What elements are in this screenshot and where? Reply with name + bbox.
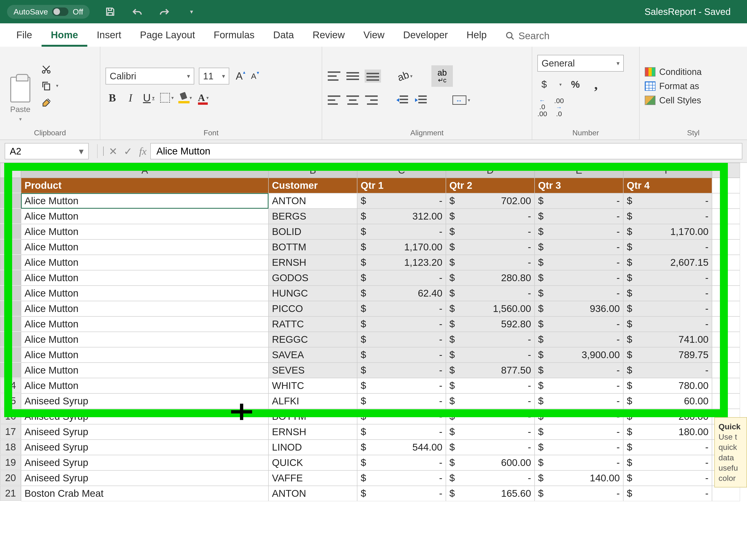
cell-quarter[interactable]: $200.00 (623, 409, 712, 424)
fill-color-button[interactable]: ▾ (178, 91, 192, 105)
table-header-cell[interactable]: Qtr 2 (446, 178, 535, 193)
cell-customer[interactable]: BERGS (268, 209, 357, 224)
cell-quarter[interactable]: $- (357, 363, 446, 378)
cell-quarter[interactable]: $- (446, 209, 535, 224)
cell-quarter[interactable]: $- (623, 471, 712, 486)
cell-quarter[interactable]: $- (446, 424, 535, 439)
cell-product[interactable]: Alice Mutton (21, 378, 268, 393)
row-header[interactable]: 16 (0, 409, 21, 424)
cell-customer[interactable]: BOTTM (268, 409, 357, 424)
cell-quarter[interactable]: $- (357, 332, 446, 347)
cell-quarter[interactable]: $- (357, 471, 446, 486)
cell-product[interactable]: Alice Mutton (21, 332, 268, 347)
cell-product[interactable]: Aniseed Syrup (21, 424, 268, 439)
italic-button[interactable]: I (124, 91, 137, 105)
column-header[interactable]: E (535, 163, 623, 178)
cell-quarter[interactable]: $- (623, 363, 712, 378)
cell-quarter[interactable]: $- (357, 455, 446, 471)
increase-decimal-button[interactable]: ←.0.00 (537, 97, 547, 117)
row-header[interactable]: 18 (0, 439, 21, 455)
cell-quarter[interactable]: $- (357, 393, 446, 409)
cell-product[interactable]: Alice Mutton (21, 363, 268, 378)
cell[interactable] (712, 224, 740, 239)
undo-button[interactable] (131, 5, 144, 18)
cell-quarter[interactable]: $- (535, 193, 623, 209)
cell-quarter[interactable]: $741.00 (623, 332, 712, 347)
percent-format-button[interactable] (569, 78, 582, 91)
cell-customer[interactable]: ANTON (268, 193, 357, 209)
tab-data[interactable]: Data (264, 24, 303, 47)
format-as-table-button[interactable]: Format as (645, 81, 742, 91)
tab-developer[interactable]: Developer (394, 24, 457, 47)
cell[interactable] (712, 301, 740, 316)
cell[interactable] (712, 347, 740, 363)
cell-quarter[interactable]: $180.00 (623, 424, 712, 439)
underline-button[interactable]: U▾ (142, 91, 155, 105)
cell-quarter[interactable]: $- (357, 224, 446, 239)
cell-quarter[interactable]: $312.00 (357, 209, 446, 224)
copy-button[interactable]: ▾ (41, 80, 58, 91)
cell-quarter[interactable]: $1,170.00 (357, 239, 446, 255)
table-header-cell[interactable]: Qtr 1 (357, 178, 446, 193)
cell-customer[interactable]: HUNGC (268, 286, 357, 301)
cell[interactable] (712, 178, 740, 193)
cell-quarter[interactable]: $- (623, 193, 712, 209)
row-header[interactable]: 19 (0, 455, 21, 470)
cell-quarter[interactable]: $- (357, 378, 446, 393)
cell-quarter[interactable]: $1,170.00 (623, 224, 712, 239)
cell-quarter[interactable]: $- (357, 270, 446, 286)
cell-quarter[interactable]: $- (535, 393, 623, 409)
cell-quarter[interactable]: $- (357, 347, 446, 363)
table-header-cell[interactable]: Customer (268, 178, 357, 193)
cell-product[interactable]: Alice Mutton (21, 347, 268, 363)
cell[interactable] (712, 239, 740, 255)
cell-customer[interactable]: PICCO (268, 301, 357, 316)
wrap-text-button[interactable]: ab ↵c (431, 65, 453, 87)
cell-quarter[interactable]: $62.40 (357, 286, 446, 301)
cell-quarter[interactable]: $140.00 (535, 471, 623, 486)
cell[interactable] (712, 209, 740, 224)
cell-product[interactable]: Alice Mutton (21, 224, 268, 239)
cell-customer[interactable]: ALFKI (268, 393, 357, 409)
cell-quarter[interactable]: $- (623, 301, 712, 316)
cell-quarter[interactable]: $- (623, 455, 712, 471)
tab-review[interactable]: Review (303, 24, 354, 47)
cell-customer[interactable]: BOLID (268, 224, 357, 239)
cell-quarter[interactable]: $- (535, 255, 623, 270)
row-header[interactable] (0, 301, 21, 316)
redo-button[interactable] (158, 5, 171, 18)
cell-customer[interactable]: REGGC (268, 332, 357, 347)
tab-help[interactable]: Help (457, 24, 496, 47)
cell-quarter[interactable]: $- (357, 409, 446, 424)
formula-input[interactable]: Alice Mutton (150, 143, 742, 159)
row-header[interactable] (0, 209, 21, 223)
cell-customer[interactable]: BOTTM (268, 239, 357, 255)
cell-quarter[interactable]: $877.50 (446, 363, 535, 378)
enter-formula-button[interactable]: ✓ (121, 145, 135, 157)
row-header[interactable]: 20 (0, 471, 21, 485)
cell-quarter[interactable]: $544.00 (357, 439, 446, 455)
row-header[interactable] (0, 193, 21, 208)
align-right-button[interactable] (365, 93, 378, 107)
tell-me-search[interactable]: Search (496, 25, 559, 47)
cell-product[interactable]: Boston Crab Meat (21, 486, 268, 501)
cell-product[interactable]: Aniseed Syrup (21, 439, 268, 455)
format-painter-button[interactable] (41, 97, 58, 108)
number-format-combo[interactable]: General▾ (537, 55, 624, 72)
cell[interactable] (712, 270, 740, 286)
column-header[interactable]: F (623, 163, 712, 178)
cell-quarter[interactable]: $- (623, 239, 712, 255)
cell-quarter[interactable]: $- (535, 439, 623, 455)
row-header[interactable] (0, 255, 21, 270)
cell-quarter[interactable]: $- (446, 471, 535, 486)
cell-product[interactable]: Alice Mutton (21, 255, 268, 270)
cell-quarter[interactable]: $280.80 (446, 270, 535, 286)
cell-quarter[interactable]: $165.60 (446, 486, 535, 501)
cell-quarter[interactable]: $600.00 (446, 455, 535, 471)
align-middle-button[interactable] (346, 69, 360, 83)
cell-customer[interactable]: ANTON (268, 486, 357, 501)
cell-customer[interactable]: SAVEA (268, 347, 357, 363)
cell-product[interactable]: Aniseed Syrup (21, 471, 268, 486)
decrease-decimal-button[interactable]: .00→.0 (554, 97, 564, 117)
cut-button[interactable] (41, 64, 58, 75)
